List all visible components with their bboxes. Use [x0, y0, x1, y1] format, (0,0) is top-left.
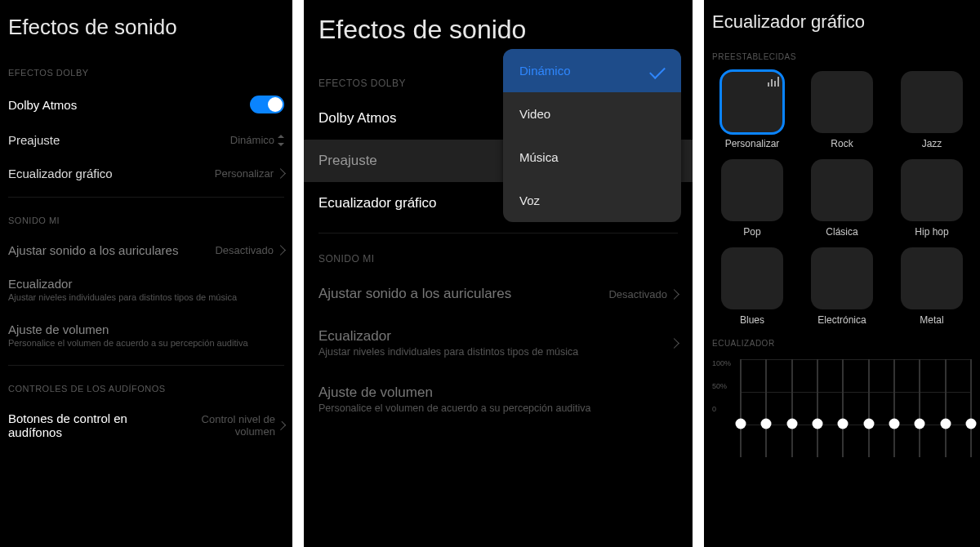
preset-thumb: [811, 71, 873, 133]
headphone-buttons-value: Control nivel de volumen: [186, 413, 275, 438]
page-title: Ecualizador gráfico: [704, 0, 980, 47]
preset-option-voz[interactable]: Voz: [503, 179, 681, 222]
headphone-adjust-label: Ajustar sonido a los auriculares: [8, 243, 178, 257]
equalizer-panel: 100%50%0: [704, 353, 980, 457]
volume-adjust-label: Ajuste de volumen: [318, 385, 678, 401]
headphone-adjust-value: Desactivado: [608, 288, 667, 300]
section-controls-header: CONTROLES DE LOS AUDÍFONOS: [0, 372, 292, 402]
preset-name: Electrónica: [817, 314, 866, 326]
volume-adjust-label: Ajuste de volumen: [8, 322, 284, 336]
page-title: Efectos de sonido: [0, 0, 292, 56]
preset-hip-hop[interactable]: Hip hop: [895, 159, 969, 238]
eq-band-slider[interactable]: [868, 359, 870, 457]
row-headphone-adjust[interactable]: Ajustar sonido a los auriculares Desacti…: [304, 273, 693, 315]
eq-band-slider[interactable]: [919, 359, 920, 457]
eq-band-handle[interactable]: [761, 419, 772, 429]
eq-band-handle[interactable]: [863, 419, 874, 429]
equalizer-sub: Ajustar niveles individuales para distin…: [318, 346, 670, 358]
screen-graphic-equalizer: Ecualizador gráfico PREESTABLECIDAS Pers…: [704, 0, 980, 547]
eq-band-slider[interactable]: [893, 359, 895, 457]
preset-electrónica[interactable]: Electrónica: [805, 247, 879, 326]
graphic-eq-value: Personalizar: [215, 167, 274, 180]
updown-icon: [278, 135, 284, 146]
preset-name: Clásica: [826, 226, 858, 238]
preset-rock[interactable]: Rock: [805, 71, 879, 149]
preset-metal[interactable]: Metal: [895, 247, 969, 326]
preset-value: Dinámico: [230, 134, 274, 146]
eq-band-slider[interactable]: [765, 359, 767, 457]
dolby-atmos-label: Dolby Atmos: [8, 98, 77, 112]
eq-scale: 100%50%0: [712, 359, 737, 457]
eq-band-slider[interactable]: [791, 359, 793, 457]
equalizer-label: Ecualizador: [318, 328, 670, 345]
preset-thumb: [901, 247, 963, 309]
preset-clásica[interactable]: Clásica: [805, 159, 879, 238]
preset-thumb: [721, 247, 783, 309]
eq-band-handle[interactable]: [915, 419, 925, 429]
preset-pop[interactable]: Pop: [715, 159, 789, 238]
eq-band-handle[interactable]: [940, 419, 951, 429]
preset-jazz[interactable]: Jazz: [895, 71, 969, 149]
eq-scale-label: 100%: [712, 359, 737, 367]
preset-thumb: [721, 71, 783, 133]
eq-band-slider[interactable]: [817, 359, 818, 457]
preset-thumb: [901, 159, 963, 221]
equalizer-label: Ecualizador: [8, 277, 284, 291]
preset-thumb: [811, 247, 873, 309]
preset-name: Pop: [743, 226, 760, 238]
preset-blues[interactable]: Blues: [715, 247, 789, 326]
row-preset[interactable]: Preajuste Dinámico: [0, 123, 292, 157]
screen-sound-effects-popup: Efectos de sonido EFECTOS DOLBY Dolby At…: [304, 0, 693, 547]
divider: [8, 365, 284, 366]
preset-name: Personalizar: [725, 138, 780, 149]
section-mi-header: SONIDO MI: [0, 204, 292, 233]
screen-sound-effects: Efectos de sonido EFECTOS DOLBY Dolby At…: [0, 0, 292, 547]
row-headphone-adjust[interactable]: Ajustar sonido a los auriculares Desacti…: [0, 233, 292, 267]
preset-name: Rock: [831, 138, 853, 149]
preset-option-video[interactable]: Video: [503, 92, 681, 136]
graphic-eq-label: Ecualizador gráfico: [318, 195, 437, 211]
dolby-atmos-label: Dolby Atmos: [318, 110, 396, 127]
dolby-atmos-toggle[interactable]: [250, 96, 284, 113]
eq-scale-label: 0: [712, 405, 737, 413]
preset-personalizar[interactable]: Personalizar: [715, 71, 789, 149]
volume-adjust-sub: Personalice el volumen de acuerdo a su p…: [8, 338, 284, 349]
row-volume-adjust[interactable]: Ajuste de volumen Personalice el volumen…: [0, 313, 292, 358]
eq-scale-label: 50%: [712, 382, 737, 390]
row-graphic-eq[interactable]: Ecualizador gráfico Personalizar: [0, 157, 292, 190]
eq-bars-icon: [768, 75, 779, 87]
check-icon: [649, 63, 666, 79]
eq-band-handle[interactable]: [812, 419, 822, 429]
row-headphone-buttons[interactable]: Botones de control en audífonos Control …: [0, 402, 292, 449]
chevron-right-icon: [277, 421, 286, 430]
row-equalizer[interactable]: Ecualizador Ajustar niveles individuales…: [304, 315, 693, 371]
eq-band-slider[interactable]: [945, 359, 947, 457]
chevron-right-icon: [669, 289, 679, 300]
preset-option-label: Dinámico: [519, 64, 571, 78]
chevron-right-icon: [275, 168, 286, 179]
equalizer-sub: Ajustar niveles individuales para distin…: [8, 292, 284, 303]
preset-option-dinámico[interactable]: Dinámico: [503, 49, 681, 92]
eq-band-handle[interactable]: [838, 419, 849, 429]
divider: [8, 197, 284, 198]
eq-band-slider[interactable]: [970, 359, 972, 457]
preset-thumb: [901, 71, 963, 133]
row-dolby-atmos[interactable]: Dolby Atmos: [0, 86, 292, 123]
row-volume-adjust[interactable]: Ajuste de volumen Personalice el volumen…: [304, 371, 693, 428]
eq-band-handle[interactable]: [889, 419, 899, 429]
eq-band-handle[interactable]: [736, 419, 746, 429]
preset-option-label: Video: [519, 107, 550, 121]
preset-thumb: [811, 159, 873, 221]
eq-band-handle[interactable]: [965, 419, 976, 429]
eq-band-slider[interactable]: [842, 359, 844, 457]
headphone-adjust-label: Ajustar sonido a los auriculares: [318, 286, 511, 302]
preset-option-música[interactable]: Música: [503, 136, 681, 179]
section-mi-header: SONIDO MI: [304, 242, 693, 273]
row-equalizer[interactable]: Ecualizador Ajustar niveles individuales…: [0, 267, 292, 313]
eq-band-slider[interactable]: [740, 359, 742, 457]
divider: [318, 233, 678, 233]
section-dolby-header: EFECTOS DOLBY: [0, 56, 292, 86]
preset-label: Preajuste: [8, 133, 60, 147]
preset-popup: DinámicoVideoMúsicaVoz: [503, 49, 681, 222]
eq-band-handle[interactable]: [786, 419, 797, 429]
